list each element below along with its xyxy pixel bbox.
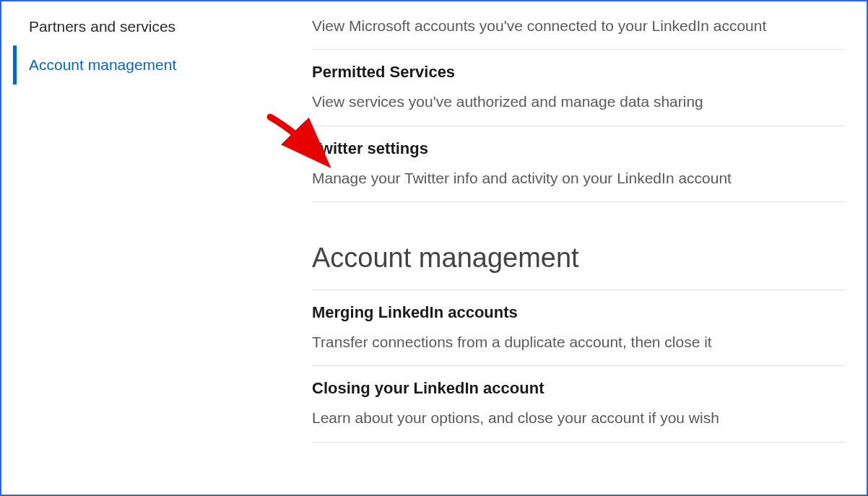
setting-microsoft[interactable]: View Microsoft accounts you've connected…	[312, 1, 845, 50]
main-content: View Microsoft accounts you've connected…	[312, 1, 867, 495]
setting-twitter[interactable]: Twitter settings Manage your Twitter inf…	[312, 126, 845, 202]
sidebar-item-account-management[interactable]: Account management	[13, 45, 312, 84]
setting-merging-title: Merging LinkedIn accounts	[312, 303, 845, 322]
setting-closing-title: Closing your LinkedIn account	[312, 379, 845, 398]
setting-merging-desc: Transfer connections from a duplicate ac…	[312, 332, 845, 352]
setting-closing-desc: Learn about your options, and close your…	[312, 408, 845, 428]
setting-microsoft-desc: View Microsoft accounts you've connected…	[312, 16, 845, 36]
sidebar: Partners and services Account management	[1, 1, 312, 495]
layout-container: Partners and services Account management…	[1, 1, 867, 495]
setting-twitter-desc: Manage your Twitter info and activity on…	[312, 168, 845, 188]
setting-twitter-title: Twitter settings	[312, 139, 845, 158]
setting-closing[interactable]: Closing your LinkedIn account Learn abou…	[312, 366, 845, 442]
setting-permitted-title: Permitted Services	[312, 63, 845, 82]
sidebar-item-partners[interactable]: Partners and services	[29, 7, 312, 45]
setting-permitted-services[interactable]: Permitted Services View services you've …	[312, 50, 845, 126]
setting-permitted-desc: View services you've authorized and mana…	[312, 92, 845, 112]
setting-merging[interactable]: Merging LinkedIn accounts Transfer conne…	[312, 290, 845, 366]
section-heading-account-management: Account management	[312, 202, 845, 290]
